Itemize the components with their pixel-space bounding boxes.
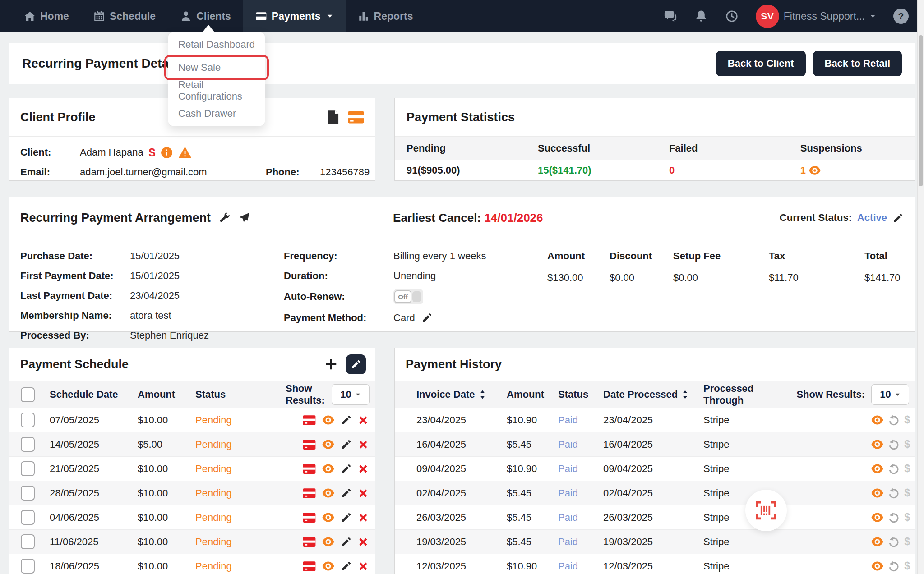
charge-card-icon[interactable] xyxy=(303,414,316,426)
avatar[interactable]: SV xyxy=(756,5,779,28)
chat-icon[interactable] xyxy=(664,9,677,23)
row-checkbox[interactable] xyxy=(21,559,35,574)
refund-icon[interactable] xyxy=(888,560,900,572)
charge-card-icon[interactable] xyxy=(303,560,316,572)
delete-icon[interactable] xyxy=(358,512,369,523)
edit-icon[interactable] xyxy=(341,463,352,474)
processed-through: Stripe xyxy=(703,487,871,499)
account-menu[interactable]: SV Fitness Support... xyxy=(756,5,876,28)
edit-icon[interactable] xyxy=(341,560,352,572)
select-all-checkbox[interactable] xyxy=(21,387,35,402)
charge-card-icon[interactable] xyxy=(303,439,316,450)
view-icon[interactable] xyxy=(871,439,884,450)
row-checkbox[interactable] xyxy=(21,534,35,549)
stat-col-failed: Failed xyxy=(669,142,800,154)
refund-icon[interactable] xyxy=(888,511,900,523)
refund-icon[interactable] xyxy=(888,438,900,450)
current-status-value[interactable]: Active xyxy=(857,212,887,224)
view-icon[interactable] xyxy=(871,536,884,547)
sort-icon[interactable] xyxy=(681,390,689,400)
charge-card-icon[interactable] xyxy=(303,512,316,523)
send-icon[interactable] xyxy=(238,211,250,224)
total-value-tax: $11.70 xyxy=(769,272,864,284)
dollar-icon[interactable]: $ xyxy=(904,511,910,523)
warning-icon[interactable] xyxy=(178,146,192,159)
menu-item-new-sale[interactable]: New Sale xyxy=(168,56,265,79)
help-icon[interactable]: ? xyxy=(893,9,909,24)
payment-card-icon[interactable] xyxy=(348,110,364,124)
view-icon[interactable] xyxy=(322,463,335,474)
row-checkbox[interactable] xyxy=(21,437,35,452)
date-processed: 02/04/2025 xyxy=(603,487,703,499)
menu-item-retail-configurations[interactable]: Retail Configurations xyxy=(168,79,265,102)
back-to-client-button[interactable]: Back to Client xyxy=(716,51,806,76)
back-to-retail-button[interactable]: Back to Retail xyxy=(813,51,902,76)
menu-item-cash-drawer[interactable]: Cash Drawer xyxy=(168,102,265,125)
show-results-select[interactable]: 10 xyxy=(332,384,370,405)
edit-icon[interactable] xyxy=(341,512,352,523)
delete-icon[interactable] xyxy=(358,415,369,426)
refund-icon[interactable] xyxy=(888,536,900,548)
scrollbar-thumb[interactable] xyxy=(919,35,923,186)
view-icon[interactable] xyxy=(871,487,884,499)
refund-icon[interactable] xyxy=(888,487,900,499)
nav-item-home[interactable]: Home xyxy=(12,0,81,32)
status-badge: Pending xyxy=(195,414,286,426)
edit-icon[interactable] xyxy=(341,536,352,547)
clock-icon[interactable] xyxy=(725,9,739,23)
view-icon[interactable] xyxy=(322,560,335,572)
row-checkbox[interactable] xyxy=(21,510,35,525)
info-icon[interactable] xyxy=(161,147,173,159)
edit-icon[interactable] xyxy=(341,439,352,450)
dollar-icon[interactable]: $ xyxy=(149,146,155,160)
auto-renew-toggle[interactable]: Off xyxy=(393,289,423,304)
dollar-icon[interactable]: $ xyxy=(904,487,910,499)
charge-card-icon[interactable] xyxy=(303,536,316,548)
edit-schedule-button[interactable] xyxy=(346,354,366,374)
edit-payment-method-icon[interactable] xyxy=(421,312,433,323)
view-icon[interactable] xyxy=(871,512,884,523)
charge-card-icon[interactable] xyxy=(303,463,316,475)
add-schedule-icon[interactable] xyxy=(324,358,338,371)
delete-icon[interactable] xyxy=(358,537,369,547)
delete-icon[interactable] xyxy=(358,464,369,474)
nav-item-payments[interactable]: Payments xyxy=(243,0,346,32)
delete-icon[interactable] xyxy=(358,439,369,450)
dollar-icon[interactable]: $ xyxy=(904,438,910,450)
edit-icon[interactable] xyxy=(341,487,352,499)
view-icon[interactable] xyxy=(871,463,884,474)
refund-icon[interactable] xyxy=(888,463,900,475)
nav-item-schedule[interactable]: Schedule xyxy=(81,0,168,32)
edit-icon[interactable] xyxy=(341,414,352,426)
dollar-icon[interactable]: $ xyxy=(904,560,910,572)
sort-icon[interactable] xyxy=(479,390,486,400)
show-results-select[interactable]: 10 xyxy=(871,384,909,405)
view-icon[interactable] xyxy=(871,560,884,572)
view-icon[interactable] xyxy=(871,414,884,426)
dollar-icon[interactable]: $ xyxy=(904,414,910,426)
scrollbar[interactable] xyxy=(917,0,924,574)
refund-icon[interactable] xyxy=(888,414,900,426)
view-icon[interactable] xyxy=(322,439,335,450)
delete-icon[interactable] xyxy=(358,561,369,572)
edit-status-icon[interactable] xyxy=(892,212,904,224)
view-icon[interactable] xyxy=(322,536,335,547)
document-icon[interactable] xyxy=(327,110,340,124)
nav-item-reports[interactable]: Reports xyxy=(346,0,425,32)
eye-icon[interactable] xyxy=(808,165,821,176)
barcode-scan-button[interactable] xyxy=(745,490,787,531)
tools-icon[interactable] xyxy=(218,211,231,224)
view-icon[interactable] xyxy=(322,414,335,426)
charge-card-icon[interactable] xyxy=(303,487,316,499)
bell-icon[interactable] xyxy=(694,9,708,23)
row-checkbox[interactable] xyxy=(21,461,35,476)
row-checkbox[interactable] xyxy=(21,486,35,501)
menu-item-retail-dashboard[interactable]: Retail Dashboard xyxy=(168,33,265,56)
view-icon[interactable] xyxy=(322,512,335,523)
dollar-icon[interactable]: $ xyxy=(904,536,910,548)
view-icon[interactable] xyxy=(322,487,335,499)
history-amount: $10.90 xyxy=(507,463,558,475)
delete-icon[interactable] xyxy=(358,488,369,499)
dollar-icon[interactable]: $ xyxy=(904,463,910,475)
row-checkbox[interactable] xyxy=(21,413,35,427)
